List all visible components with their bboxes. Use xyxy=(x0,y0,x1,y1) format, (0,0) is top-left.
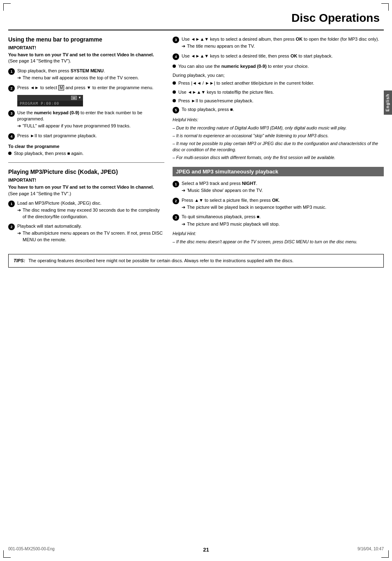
sec2-step2-arrow-sym: ➔ xyxy=(17,230,21,236)
right-bullet2-text: Press |◄◄ / ►►| to select another title/… xyxy=(178,80,384,86)
jpeg-helpful-hint: Helpful Hint: – If the disc menu doesn't… xyxy=(173,231,384,245)
step1-text: Stop playback, then press xyxy=(17,68,71,73)
step3-left-arrow-text: "FULL" will appear if you have programme… xyxy=(23,123,131,129)
jpeg-step1-content: Select a MP3 track and press NIGHT. ➔ 'M… xyxy=(182,180,384,194)
step2-text2: and press ▼ to enter the programme menu. xyxy=(65,85,153,90)
content-columns: Using the menu bar to programme IMPORTAN… xyxy=(8,36,384,247)
tips-text: The operating features described here mi… xyxy=(28,258,293,264)
hints-title: Helpful Hints: xyxy=(173,117,384,123)
clear-bullet-text: Stop playback, then press ■ again. xyxy=(14,150,164,157)
jpeg-step1-arrow: ➔ 'Music Slide show' appears on the TV. xyxy=(182,187,384,194)
sec2-step1-arrow-sym: ➔ xyxy=(17,207,21,213)
sec2-step1-arrow: ➔ The disc reading time may exceed 30 se… xyxy=(17,207,164,220)
right-bullet2-dot xyxy=(173,81,176,85)
section1-heading: Using the menu bar to programme xyxy=(8,36,164,43)
step2-icon: M xyxy=(58,85,64,90)
step3-left-arrow-sym: ➔ xyxy=(17,123,21,129)
sec2-step1: 1 Load an MP3/Picture (Kodak, JPEG) disc… xyxy=(8,200,164,220)
jpeg-hint1: – If the disc menu doesn't appear on the… xyxy=(173,239,384,245)
step1-content: Stop playback, then press SYSTEM MENU. ➔… xyxy=(17,68,164,81)
jpeg-step3-arrow: ➔ The picture and MP3 music playback wil… xyxy=(182,221,384,227)
step3-left-content: Use the numeric keypad (0-9) to enter th… xyxy=(17,110,164,129)
prog-top-bar: M ▼ xyxy=(17,95,83,101)
jpeg-step2-arrow-text: The picture will be played back in seque… xyxy=(187,204,326,210)
sec2-step2-arrow-text: The album/picture menu appears on the TV… xyxy=(23,230,164,243)
right-bullet3-dot xyxy=(173,90,176,94)
right-step3-bold: OK xyxy=(296,37,303,42)
right-bullet1-span2: to enter your choice. xyxy=(267,64,309,69)
right-step3-arrow: ➔ The title menu appears on the TV. xyxy=(182,43,384,49)
right-bullet4-text: Press ►II to pause/resume playback. xyxy=(178,98,384,104)
prog-display: M ▼ PROGRAM P:00:00 xyxy=(17,95,83,106)
right-step4-content: Use ◄►▲▼ keys to select a desired title,… xyxy=(182,53,384,59)
right-step4-bold: OK xyxy=(291,53,297,58)
right-step3-content: Use ◄►▲▼ keys to select a desired album,… xyxy=(182,36,384,50)
right-step3-text: Use ◄►▲▼ keys to select a desired album,… xyxy=(182,37,296,42)
hint3: – It may not be possible to play certain… xyxy=(173,141,384,154)
jpeg-step3: 3 To quit simultaneous playback, press ■… xyxy=(173,214,384,227)
step4-left: 4 Press ►II to start programme playback. xyxy=(8,133,164,140)
jpeg-step2-text: Press ▲▼ to select a picture file, then … xyxy=(182,198,272,203)
prog-bottom-bar: PROGRAM P:00:00 xyxy=(17,101,83,106)
step4-left-num: 4 xyxy=(8,133,15,140)
sec2-step1-content: Load an MP3/Picture (Kodak, JPEG) disc. … xyxy=(17,200,164,220)
step2-num: 2 xyxy=(8,85,15,92)
step1-arrow-symbol: ➔ xyxy=(17,75,21,81)
jpeg-step2-num: 2 xyxy=(173,198,179,204)
hint1: – Due to the recording nature of Digital… xyxy=(173,125,384,132)
right-step5-content: To stop playback, press ■. xyxy=(182,106,384,113)
sec2-step2: 2 Playback will start automatically. ➔ T… xyxy=(8,223,164,243)
sec2-step2-text: Playback will start automatically. xyxy=(17,224,82,229)
step3-left-arrow: ➔ "FULL" will appear if you have program… xyxy=(17,123,164,129)
page-container: English Disc Operations Using the menu b… xyxy=(0,0,392,561)
clear-bullet-dot xyxy=(8,152,12,155)
jpeg-step2-arrow: ➔ The picture will be played back in seq… xyxy=(182,204,384,210)
jpeg-mp3-section: JPEG and MP3 simultaneously playback 1 S… xyxy=(173,167,384,245)
jpeg-step2-bold: OK xyxy=(272,198,279,203)
step1-arrow: ➔ The menu bar will appear across the to… xyxy=(17,75,164,81)
corner-tl xyxy=(3,3,11,11)
right-step4-text2: to start playback. xyxy=(297,53,332,58)
right-bullet1-dot xyxy=(173,65,176,68)
clear-bullet: Stop playback, then press ■ again. xyxy=(8,150,164,157)
section1-important-text2: (See page 14 "Setting the TV"). xyxy=(8,58,71,63)
sec2-step1-arrow-text: The disc reading time may exceed 30 seco… xyxy=(23,207,164,220)
jpeg-step1-num: 1 xyxy=(173,181,179,187)
right-step4-text: Use ◄►▲▼ keys to select a desired title,… xyxy=(182,53,291,58)
jpeg-step2-content: Press ▲▼ to select a picture file, then … xyxy=(182,197,384,211)
section1-important-label: IMPORTANT! xyxy=(8,45,164,50)
section2-heading: Playing MP3/Picture disc (Kodak, JPEG) xyxy=(8,169,164,175)
jpeg-step1-arrow-sym: ➔ xyxy=(182,187,185,194)
step2: 2 Press ◄► to select M and press ▼ to en… xyxy=(8,85,164,92)
right-step5-num: 5 xyxy=(173,107,179,113)
right-bullet1-text: You can also use the numeric keypad (0-9… xyxy=(178,63,384,69)
right-step3-text2: to open the folder (for MP3 disc only). xyxy=(302,37,379,42)
step4-left-content: Press ►II to start programme playback. xyxy=(17,133,164,139)
sec2-step2-arrow: ➔ The album/picture menu appears on the … xyxy=(17,230,164,243)
right-bullet2: Press |◄◄ / ►►| to select another title/… xyxy=(173,80,384,86)
right-bullet3-text: Use ◄►▲▼ keys to rotate/flip the picture… xyxy=(178,89,384,95)
footer-center: 21 xyxy=(203,547,209,553)
right-bullet4: Press ►II to pause/resume playback. xyxy=(173,98,384,104)
footer-right: 9/16/04, 10:47 xyxy=(357,547,384,553)
clear-heading: To clear the programme xyxy=(8,144,164,149)
sec2-step2-num: 2 xyxy=(8,224,15,230)
step1: 1 Stop playback, then press SYSTEM MENU.… xyxy=(8,68,164,81)
right-column: 3 Use ◄►▲▼ keys to select a desired albu… xyxy=(173,36,384,247)
section1-important-bold: You have to turn on your TV and set to t… xyxy=(8,52,154,57)
step1-arrow-text: The menu bar will appear across the top … xyxy=(23,75,139,81)
step2-content: Press ◄► to select M and press ▼ to ente… xyxy=(17,85,164,91)
left-column: Using the menu bar to programme IMPORTAN… xyxy=(8,36,164,247)
jpeg-step3-arrow-sym: ➔ xyxy=(182,221,185,227)
section2-important-text2: (See page 14 "Setting the TV".) xyxy=(8,191,71,196)
right-bullet1-bold: numeric keypad (0-9) xyxy=(221,64,267,69)
jpeg-step3-text: To quit simultaneous playback, press ■. xyxy=(182,214,261,219)
jpeg-step1-bold: NIGHT xyxy=(242,181,256,186)
jpeg-step3-num: 3 xyxy=(173,214,179,221)
jpeg-step3-content: To quit simultaneous playback, press ■. … xyxy=(182,214,384,227)
step3-left-num: 3 xyxy=(8,110,15,117)
jpeg-step2-arrow-sym: ➔ xyxy=(182,204,185,210)
footer-left: 001-035-MX2500-00-Eng xyxy=(8,547,55,553)
step3-left-text: Use the xyxy=(17,110,34,115)
jpeg-step1-arrow-text: 'Music Slide show' appears on the TV. xyxy=(187,187,263,194)
